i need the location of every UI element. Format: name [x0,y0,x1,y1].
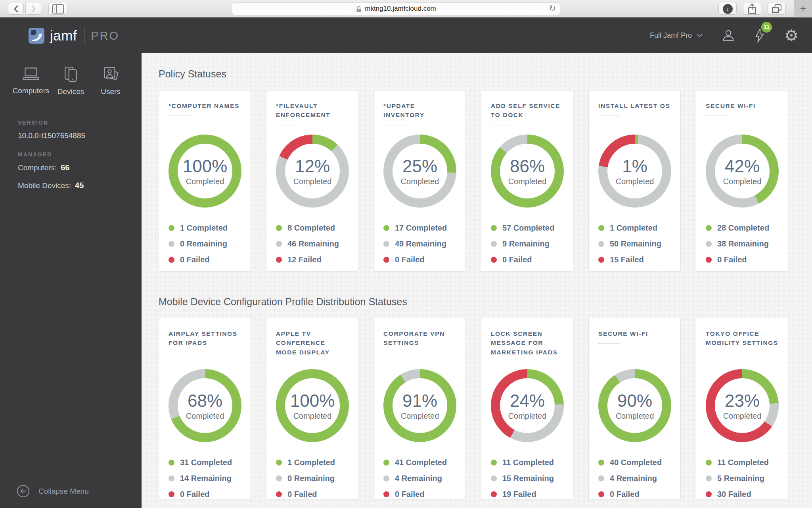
legend-label: 0 Failed [610,490,639,499]
donut-center: 12% Completed [285,144,340,198]
legend-dot-icon [706,225,712,231]
donut-percent-value: 25% [402,156,437,176]
legend-label: 9 Remaining [502,239,550,248]
legend-label: 49 Remaining [395,239,446,248]
sidebar-item-label: Computers [13,87,50,95]
card-title: APPLE TV CONFERENCE MODE DISPLAY [276,329,349,357]
legend-dot-icon [169,257,174,263]
donut-caption: Completed [616,177,654,186]
managed-computers-count: 66 [61,163,69,172]
status-card: INSTALL LATEST OS 1% Completed 1 Complet… [588,90,681,271]
card-header: *FILEVAULT ENFORCEMENT [276,101,349,135]
browser-back-button[interactable] [8,3,24,15]
legend-dot-icon [706,460,712,466]
share-icon [747,3,757,15]
brand-divider [84,27,84,44]
donut-chart: 12% Completed [276,135,349,208]
card-title-rule [491,362,513,362]
donut-caption: Completed [293,177,332,186]
new-tab-button[interactable]: + [794,0,812,17]
card-header: *UPDATE INVENTORY [383,101,456,135]
download-icon: ↓ [723,4,733,14]
donut-caption: Completed [293,412,332,421]
legend-label: 38 Remaining [717,239,769,248]
legend-dot-icon [598,257,604,263]
brand-suffix: PRO [91,29,119,42]
browser-sidebar-toggle-button[interactable] [48,3,67,15]
donut-percent-value: 86% [510,156,545,176]
notifications-button[interactable]: 11 [754,28,765,43]
donut-center: 23% Completed [715,378,770,433]
laptop-icon [21,66,40,82]
version-heading: VERSION [18,119,142,126]
legend-dot-icon [383,241,389,247]
legend-label: 12 Failed [287,255,322,264]
version-value: 10.0.0-t1507654885 [18,131,142,140]
legend-row-completed: 28 Completed [706,223,778,233]
legend-row-remaining: 14 Remaining [169,474,241,483]
legend-dot-icon [491,460,497,466]
account-button[interactable] [722,29,735,42]
card-title: *FILEVAULT ENFORCEMENT [276,101,349,120]
legend-row-completed: 1 Completed [169,223,241,233]
legend-row-remaining: 9 Remaining [491,239,563,248]
brand-name: jamf [50,28,77,44]
card-title-rule [383,125,406,125]
users-id-card-icon [102,66,119,83]
legend-row-failed: 0 Failed [383,255,456,264]
sidebar-item-users[interactable]: Users [91,66,130,96]
address-bar[interactable]: mktng10.jamfcloud.com ↻ [232,2,560,15]
legend-label: 30 Failed [717,490,751,499]
legend-label: 15 Remaining [502,474,554,483]
legend-dot-icon [276,225,282,231]
donut-center: 86% Completed [500,144,555,198]
section-title: Mobile Device Configuration Profile Dist… [159,296,407,308]
donut-caption: Completed [616,412,654,421]
card-header: ADD SELF SERVICE TO DOCK [491,101,563,135]
jamf-logo-icon [29,28,44,44]
donut-chart: 100% Completed [276,369,349,442]
donut-percent-value: 1% [622,156,647,176]
card-header: *COMPUTER NAMES [169,101,241,135]
legend-dot-icon [491,241,497,247]
legend-row-completed: 11 Completed [491,458,563,467]
sidebar: Computers Devices Users VERSION [0,53,142,508]
legend-row-completed: 1 Completed [276,458,349,467]
sidebar-item-computers[interactable]: Computers [11,66,51,96]
card-legend: 1 Completed50 Remaining15 Failed [598,223,671,264]
legend-row-failed: 0 Failed [383,490,456,499]
site-context-dropdown[interactable]: Full Jamf Pro [650,31,703,40]
legend-dot-icon [169,225,174,231]
dashboard-section: Policy Statuses *COMPUTER NAMES 100% Com… [159,68,789,271]
legend-dot-icon [598,475,604,481]
card-legend: 8 Completed46 Remaining12 Failed [276,223,349,264]
donut-percent-value: 68% [188,391,222,411]
legend-label: 4 Remaining [610,474,657,483]
donut-percent-value: 100% [183,156,228,176]
donut-chart: 90% Completed [598,369,671,442]
card-title: INSTALL LATEST OS [598,101,671,110]
status-card: CORPORATE VPN SETTINGS 91% Completed 41 … [373,318,466,499]
settings-button[interactable]: ⚙ [784,27,799,43]
status-card: TOKYO OFFICE MOBILITY SETTINGS 23% Compl… [696,318,788,499]
donut-chart: 68% Completed [169,369,241,442]
app-header: jamf PRO Full Jamf Pro 11 ⚙ [0,17,812,53]
card-grid: AIRPLAY SETTINGS FOR IPADS 68% Completed… [159,318,789,499]
legend-label: 0 Failed [180,255,209,264]
managed-computers-row: Computers:66 [18,163,142,172]
jamf-pro-logo: jamf PRO [29,27,119,44]
collapse-menu-button[interactable]: Collapse Menu [17,485,89,498]
share-button[interactable] [743,3,761,15]
donut-center: 100% Completed [285,378,340,433]
sidebar-item-devices[interactable]: Devices [51,66,91,96]
downloads-button[interactable]: ↓ [718,3,737,15]
browser-forward-button[interactable] [25,3,41,15]
legend-dot-icon [276,460,282,466]
reload-icon[interactable]: ↻ [549,4,556,13]
show-tabs-button[interactable] [768,3,786,15]
card-header: LOCK SCREEN MESSAGE FOR MARKETING IPADS [491,329,563,369]
card-header: SECURE WI-FI [706,101,778,135]
donut-chart: 100% Completed [169,135,241,208]
legend-label: 41 Completed [395,458,447,467]
user-icon [722,29,735,42]
